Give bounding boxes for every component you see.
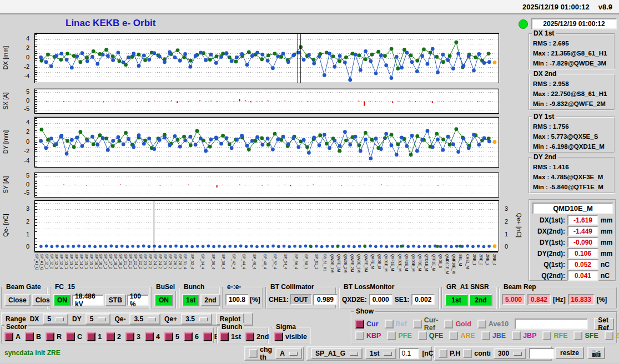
- range-dy-dropdown[interactable]: 5: [85, 314, 111, 325]
- show-checkbox-jbe[interactable]: JBE: [481, 331, 506, 340]
- checkbox-label: Cur: [366, 320, 379, 328]
- x-tick-label: SP_17_2: [109, 254, 113, 269]
- checkbox-indicator[interactable]: [413, 320, 422, 328]
- checkbox-indicator[interactable]: [46, 332, 54, 341]
- checkbox-indicator[interactable]: [463, 349, 472, 358]
- show-checkbox-gold[interactable]: Gold: [444, 320, 471, 328]
- sy-steering-plot[interactable]: [34, 173, 499, 198]
- x-tick-label: SP_58_1: [304, 254, 308, 269]
- sector-checkbox-2[interactable]: 2: [106, 332, 121, 341]
- checkbox-indicator[interactable]: [573, 331, 582, 340]
- show-checkbox-cur-ref[interactable]: Cur-Ref: [413, 316, 439, 332]
- checkbox-indicator[interactable]: [274, 332, 283, 341]
- ph-checkbox[interactable]: P.H: [439, 349, 460, 358]
- checkbox-indicator[interactable]: [125, 332, 134, 341]
- checkbox-indicator[interactable]: [444, 320, 453, 328]
- resize-button[interactable]: resize: [555, 347, 584, 359]
- count-input[interactable]: [529, 348, 555, 359]
- dx-orbit-plot[interactable]: [34, 33, 499, 83]
- sector-checkbox-r[interactable]: R: [46, 332, 62, 341]
- checkbox-indicator[interactable]: [542, 331, 551, 340]
- titlebar-datetime: 2025/12/19 01:00:12: [522, 3, 590, 11]
- bunch-1st-button[interactable]: 1st: [182, 294, 199, 306]
- checkbox-indicator[interactable]: [245, 332, 254, 341]
- conti-checkbox[interactable]: conti: [463, 349, 491, 358]
- show-checkbox-kbp[interactable]: KBP: [355, 331, 381, 340]
- bunch-checkbox-2nd[interactable]: 2nd: [245, 332, 269, 341]
- checkbox-indicator[interactable]: [418, 331, 427, 340]
- show-checkbox-cur[interactable]: Cur: [355, 320, 379, 328]
- x-tick-label: SP_18_1: [114, 254, 118, 269]
- bunch-2nd-button[interactable]: 2nd: [200, 294, 220, 306]
- show-checkbox-jbp[interactable]: JBP: [512, 331, 536, 340]
- sector-checkbox-6[interactable]: 6: [184, 332, 199, 341]
- checkbox-indicator[interactable]: [449, 331, 458, 340]
- checkbox-indicator[interactable]: [66, 332, 75, 341]
- bunch-dropdown[interactable]: 1st: [365, 348, 396, 359]
- show-checkbox-zre[interactable]: ZRE: [605, 331, 619, 340]
- sector-checkbox-a[interactable]: A: [4, 332, 21, 341]
- checkbox-indicator[interactable]: [220, 332, 229, 341]
- busel-on-button[interactable]: ON: [154, 294, 173, 306]
- checkbox-indicator[interactable]: [184, 332, 193, 341]
- checkbox-indicator[interactable]: [355, 331, 364, 340]
- range-qem-dropdown[interactable]: 3.5: [129, 314, 160, 325]
- th-dropdown[interactable]: A: [275, 348, 302, 359]
- checkbox-indicator[interactable]: [25, 332, 34, 341]
- dy-orbit-plot[interactable]: [34, 117, 499, 168]
- checkbox-indicator[interactable]: [477, 320, 486, 328]
- show-checkbox-are[interactable]: ARE: [449, 331, 475, 340]
- checkbox-indicator[interactable]: [164, 332, 173, 341]
- checkbox-indicator[interactable]: [87, 332, 95, 341]
- gr-a1-2nd-button[interactable]: 2nd: [469, 294, 492, 306]
- qe-charge-plot[interactable]: [34, 200, 499, 251]
- option-menu-icon: [148, 317, 156, 321]
- x-tick-label: SP_12_3: [54, 254, 58, 269]
- set-ref-button[interactable]: Set Ref: [594, 318, 614, 330]
- option-menu-icon: [98, 317, 106, 321]
- checkbox-indicator[interactable]: [481, 331, 490, 340]
- option-menu-icon: [199, 317, 208, 321]
- show-checkbox-rfe[interactable]: RFE: [542, 331, 567, 340]
- sector-checkbox-4[interactable]: 4: [145, 332, 160, 341]
- se1-label: SE1:: [395, 296, 410, 304]
- checkbox-indicator[interactable]: [249, 349, 258, 358]
- fc15-on-button[interactable]: ON: [53, 294, 71, 306]
- count-dropdown[interactable]: 300: [494, 348, 526, 359]
- checkbox-indicator[interactable]: [385, 320, 394, 328]
- show-checkbox-pfe[interactable]: PFE: [387, 331, 411, 340]
- show-checkbox-qfe[interactable]: QFE: [418, 331, 444, 340]
- checkbox-indicator[interactable]: [439, 349, 447, 358]
- fc15-stb-button[interactable]: STB: [105, 294, 126, 306]
- sector-checkbox-1[interactable]: 1: [87, 332, 102, 341]
- threshold-input[interactable]: [399, 348, 419, 359]
- reference-name-input[interactable]: [515, 318, 588, 330]
- checkbox-indicator[interactable]: [4, 332, 13, 341]
- gr-a1-1st-button[interactable]: 1st: [445, 294, 468, 306]
- range-dx-dropdown[interactable]: 5: [43, 314, 68, 325]
- show-checkbox-ref[interactable]: Ref: [385, 320, 407, 328]
- checkbox-indicator[interactable]: [145, 332, 154, 341]
- checkbox-indicator[interactable]: [355, 320, 364, 328]
- x-tick-label: SP_54_4: [284, 254, 288, 269]
- sector-checkbox-c[interactable]: C: [66, 332, 82, 341]
- selected-monitor-name[interactable]: QMD10E_M: [532, 203, 613, 214]
- show-checkbox-ave10[interactable]: Ave10: [477, 320, 509, 328]
- screenshot-camera-button[interactable]: 📷: [587, 347, 605, 359]
- chg-th-checkbox[interactable]: chg th: [249, 346, 272, 361]
- sx-steering-plot[interactable]: [34, 89, 499, 114]
- checkbox-indicator[interactable]: [605, 331, 613, 340]
- range-qep-dropdown[interactable]: 3.5: [181, 314, 212, 325]
- checkbox-indicator[interactable]: [106, 332, 115, 341]
- beam-gate-close-1-button[interactable]: Close: [4, 294, 31, 306]
- sector-checkbox-5[interactable]: 5: [164, 332, 179, 341]
- sector-checkbox-3[interactable]: 3: [125, 332, 140, 341]
- bunch-checkbox-1st[interactable]: 1st: [220, 332, 241, 341]
- sigma-checkbox-visible[interactable]: visible: [274, 332, 307, 341]
- sector-checkbox-b[interactable]: B: [25, 332, 41, 341]
- checkbox-indicator[interactable]: [203, 332, 212, 341]
- checkbox-indicator[interactable]: [387, 331, 396, 340]
- sp-monitor-dropdown[interactable]: SP_A1_G: [311, 348, 363, 359]
- show-checkbox-sfe[interactable]: SFE: [573, 331, 598, 340]
- checkbox-indicator[interactable]: [512, 331, 521, 340]
